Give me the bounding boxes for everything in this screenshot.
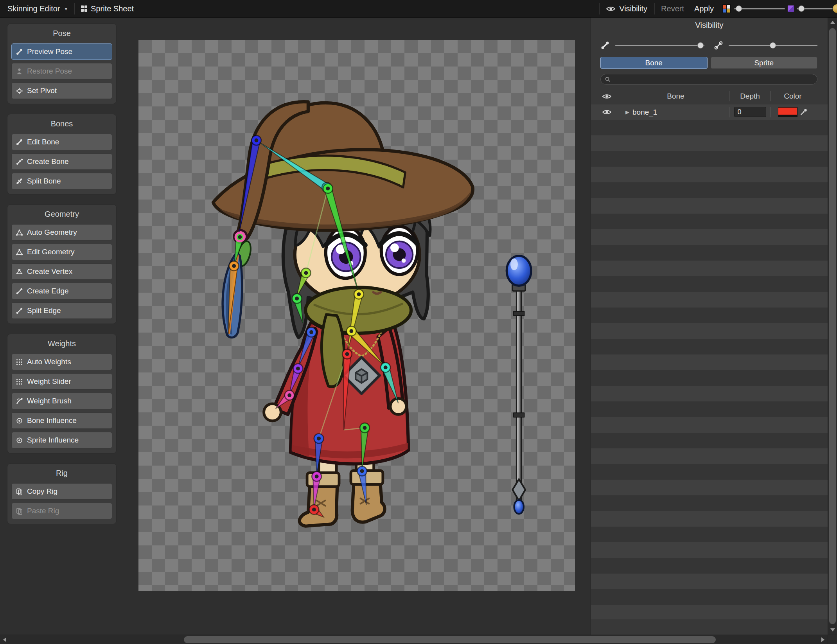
button-label: Weight Brush	[27, 397, 72, 405]
bone-search-input[interactable]	[613, 75, 813, 84]
depth-input[interactable]	[734, 107, 766, 117]
button-label: Edit Geometry	[27, 248, 74, 256]
toolbar-zoom-slider[interactable]	[797, 0, 833, 17]
slider-track[interactable]	[797, 8, 833, 9]
horizontal-scrollbar[interactable]	[0, 635, 828, 644]
button-label: Split Bone	[27, 177, 61, 185]
edge-icon	[16, 288, 23, 295]
restore-pose-button[interactable]: Restore Pose	[11, 63, 112, 79]
mesh-opacity-slider[interactable]	[729, 45, 818, 46]
edit-bone-button[interactable]: Edit Bone	[11, 134, 112, 150]
sprite-sheet-button[interactable]: Sprite Sheet	[76, 0, 139, 17]
bone-split-icon	[16, 178, 23, 185]
eyedropper-icon[interactable]	[800, 108, 808, 116]
visibility-label: Visibility	[619, 4, 647, 13]
weights-group: Weights Auto Weights Weight Slider Weigh…	[7, 334, 117, 453]
dots-grid-icon	[16, 358, 23, 366]
paste-rig-button[interactable]: Paste Rig	[11, 503, 112, 519]
tab-bone[interactable]: Bone	[600, 57, 708, 69]
tab-sprite[interactable]: Sprite	[711, 57, 818, 69]
pivot-icon	[16, 87, 23, 95]
button-label: Auto Geometry	[27, 228, 77, 237]
opacity-sliders	[600, 40, 817, 51]
toolbar-opacity-slider[interactable]	[734, 0, 785, 17]
auto-weights-button[interactable]: Auto Weights	[11, 354, 112, 370]
copy-rig-button[interactable]: Copy Rig	[11, 483, 112, 500]
button-label: Weight Slider	[27, 377, 71, 386]
bone-gizmos[interactable]	[138, 40, 575, 591]
split-edge-button[interactable]: Split Edge	[11, 302, 112, 319]
vertical-scrollbar[interactable]	[828, 18, 837, 635]
button-label: Bone Influence	[27, 416, 77, 425]
visibility-toggle[interactable]: Visibility	[601, 0, 652, 17]
group-title: Geometry	[11, 209, 112, 219]
bone-name: bone_1	[632, 108, 657, 117]
toolbar: Skinning Editor ▾ Sprite Sheet Visibilit…	[0, 0, 837, 18]
split-bone-button[interactable]: Split Bone	[11, 173, 112, 189]
vertical-scroll-thumb[interactable]	[829, 28, 836, 624]
column-depth: Depth	[729, 91, 771, 102]
button-label: Create Edge	[27, 287, 69, 295]
bone-table-header: Bone Depth Color	[591, 89, 828, 104]
button-label: Restore Pose	[27, 67, 72, 76]
button-label: Edit Bone	[27, 138, 59, 146]
scroll-right-button[interactable]	[818, 635, 828, 644]
bone-opacity-slider[interactable]	[615, 45, 704, 46]
palette-icon[interactable]	[722, 4, 731, 13]
revert-button[interactable]: Revert	[656, 0, 689, 17]
bone-search-box[interactable]	[600, 74, 817, 85]
sprite-influence-button[interactable]: Sprite Influence	[11, 432, 112, 448]
create-vertex-button[interactable]: Create Vertex	[11, 263, 112, 280]
slider-track[interactable]	[734, 8, 785, 9]
create-edge-button[interactable]: Create Edge	[11, 283, 112, 299]
bone-add-icon	[16, 158, 23, 165]
button-label: Create Vertex	[27, 267, 72, 276]
eye-icon	[606, 5, 616, 12]
bone-visibility-toggle[interactable]	[602, 109, 612, 115]
bone-row[interactable]: ▶ bone_1	[591, 104, 828, 120]
preview-pose-button[interactable]: Preview Pose	[11, 43, 112, 60]
disclosure-triangle[interactable]: ▶	[622, 109, 632, 115]
influence-icon	[16, 437, 23, 444]
pose-group: Pose Preview Pose Restore Pose Set Pivot	[7, 23, 117, 104]
auto-geometry-button[interactable]: Auto Geometry	[11, 224, 112, 241]
chevron-down-icon: ▾	[65, 6, 68, 12]
bone-influence-button[interactable]: Bone Influence	[11, 412, 112, 429]
scrollbar-corner	[828, 635, 837, 644]
influence-icon	[16, 417, 23, 425]
slider-knob[interactable]	[736, 5, 742, 12]
button-label: Split Edge	[27, 306, 61, 315]
sprite-sheet-icon	[81, 5, 87, 12]
weight-brush-button[interactable]: Weight Brush	[11, 393, 112, 409]
slider-knob[interactable]	[798, 5, 805, 12]
apply-button[interactable]: Apply	[689, 0, 719, 17]
button-label: Create Bone	[27, 157, 69, 166]
slider-knob[interactable]	[770, 42, 776, 49]
scroll-up-button[interactable]	[828, 18, 837, 27]
geometry-group: Geometry Auto Geometry Edit Geometry Cre…	[7, 204, 117, 324]
transparency-checkerboard[interactable]	[138, 40, 575, 591]
button-label: Paste Rig	[27, 507, 59, 515]
set-pivot-button[interactable]: Set Pivot	[11, 83, 112, 99]
scroll-down-button[interactable]	[828, 625, 837, 635]
toolbar-divider	[599, 3, 599, 14]
bone-icon	[16, 48, 23, 56]
scroll-left-button[interactable]	[0, 635, 9, 644]
slider-knob[interactable]	[697, 42, 704, 49]
horizontal-scroll-thumb[interactable]	[184, 636, 716, 643]
sprite-sheet-label: Sprite Sheet	[91, 4, 134, 13]
button-label: Sprite Influence	[27, 436, 79, 444]
bone-opacity-icon	[600, 41, 610, 50]
edge-icon	[16, 307, 23, 315]
skinning-editor-dropdown[interactable]: Skinning Editor ▾	[2, 0, 72, 17]
edit-geometry-button[interactable]: Edit Geometry	[11, 244, 112, 260]
toolbar-divider	[654, 3, 654, 14]
create-bone-button[interactable]: Create Bone	[11, 153, 112, 170]
mesh-icon	[16, 229, 23, 236]
grid-swatch-icon[interactable]	[787, 5, 794, 12]
weight-slider-button[interactable]: Weight Slider	[11, 373, 112, 390]
group-title: Rig	[11, 468, 112, 479]
visibility-tabs: Bone Sprite	[600, 57, 817, 69]
bone-color-swatch[interactable]	[778, 107, 797, 117]
column-color: Color	[771, 91, 815, 102]
